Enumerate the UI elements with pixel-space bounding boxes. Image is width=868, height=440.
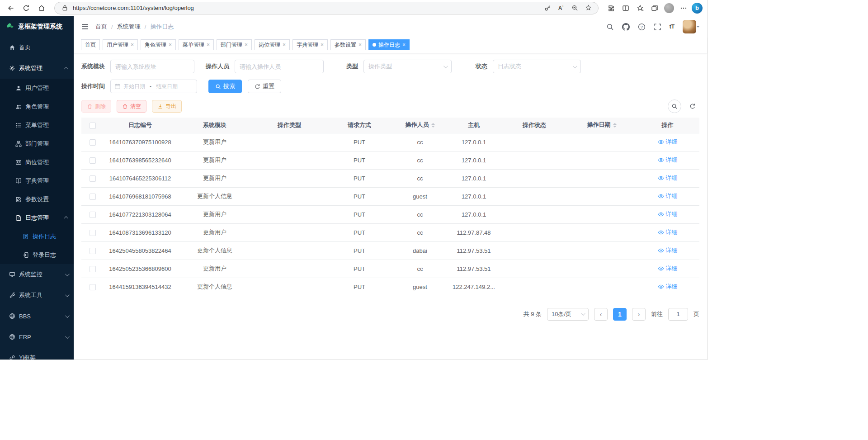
end-date-field[interactable]: 结束日期 [156,83,178,90]
goto-page-input[interactable] [668,308,688,321]
sidebar-item-post[interactable]: 岗位管理 [0,153,74,171]
favorites-bar-icon[interactable] [634,2,646,14]
detail-link[interactable]: 详细 [658,174,678,182]
url-text[interactable]: https://ccnetcore.com:1101/system/log/op… [73,5,539,11]
prev-page-button[interactable] [594,308,608,321]
row-checkbox[interactable] [90,157,96,164]
browser-menu-dots-icon[interactable] [677,2,690,14]
close-icon[interactable] [131,42,134,47]
row-checkbox[interactable] [90,212,96,218]
zoom-out-icon[interactable] [569,3,580,14]
tab-operlog[interactable]: 操作日志 [368,39,410,50]
search-button[interactable]: 搜索 [208,80,242,93]
clear-button[interactable]: 清空 [117,100,146,113]
tab-param[interactable]: 参数设置 [330,39,366,50]
sidebar-item-param[interactable]: 参数设置 [0,190,74,208]
close-icon[interactable] [207,42,210,47]
next-page-button[interactable] [632,308,646,321]
page-1-button[interactable]: 1 [613,308,627,321]
sidebar-item-dict[interactable]: 字典管理 [0,171,74,190]
sidebar-toggle-icon[interactable] [81,23,89,31]
browser-profile-avatar[interactable] [663,2,675,14]
sidebar-item-role[interactable]: 角色管理 [0,97,74,116]
read-aloud-icon[interactable]: Aʾ [556,3,566,14]
sidebar-item-operlog[interactable]: 操作日志 [0,227,74,246]
row-checkbox[interactable] [90,139,96,146]
sidebar-item-home[interactable]: 首页 [0,37,74,58]
row-checkbox[interactable] [90,194,96,200]
sidebar-item-system[interactable]: 系统管理 [0,58,74,79]
close-icon[interactable] [245,42,248,47]
refresh-table-button[interactable] [686,99,699,113]
detail-link[interactable]: 详细 [658,283,678,291]
select-all-checkbox[interactable] [90,123,96,129]
breadcrumb-home[interactable]: 首页 [95,23,107,31]
font-size-icon[interactable]: tT [670,24,675,30]
header-search-icon[interactable] [606,23,614,31]
start-date-field[interactable]: 开始日期 [123,83,145,90]
split-screen-icon[interactable] [619,2,632,14]
page-size-select[interactable]: 10条/页 [547,308,589,321]
close-icon[interactable] [283,42,286,47]
sidebar-item-dept[interactable]: 部门管理 [0,134,74,153]
detail-link[interactable]: 详细 [658,228,678,237]
toggle-search-button[interactable] [668,99,681,113]
type-select[interactable]: 操作类型 [363,60,452,73]
tab-dept[interactable]: 部门管理 [217,39,252,50]
close-icon[interactable] [359,42,362,47]
user-avatar[interactable] [683,20,700,33]
date-range-picker[interactable]: 开始日期 - 结束日期 [110,80,197,93]
row-checkbox[interactable] [90,284,96,290]
row-checkbox[interactable] [90,248,96,254]
help-icon[interactable]: ? [638,23,646,31]
sidebar-item-erp[interactable]: ERP [0,326,74,347]
close-icon[interactable] [169,42,172,47]
favorite-star-icon[interactable] [583,3,594,14]
breadcrumb-system[interactable]: 系统管理 [117,23,141,31]
delete-button[interactable]: 删除 [81,100,111,113]
module-input[interactable] [110,60,194,73]
sidebar-item-menu[interactable]: 菜单管理 [0,116,74,134]
close-icon[interactable] [402,42,406,47]
bing-icon[interactable]: b [692,3,703,14]
tab-user[interactable]: 用户管理 [103,39,138,50]
col-date[interactable]: 操作日期 [568,118,636,133]
sidebar-item-log[interactable]: 日志管理 [0,208,74,227]
sidebar-item-bbs[interactable]: BBS [0,306,74,326]
browser-back-button[interactable] [5,2,17,14]
fullscreen-icon[interactable] [654,23,661,31]
sidebar-item-loginlog[interactable]: 登录日志 [0,246,74,264]
reset-button[interactable]: 重置 [248,80,281,93]
sidebar-item-monitor[interactable]: 系统监控 [0,264,74,285]
close-icon[interactable] [321,42,324,47]
avatar[interactable] [683,20,696,33]
detail-link[interactable]: 详细 [658,138,678,146]
tab-home[interactable]: 首页 [81,39,100,50]
detail-link[interactable]: 详细 [658,156,678,164]
row-checkbox[interactable] [90,230,96,236]
sidebar-item-user[interactable]: 用户管理 [0,79,74,97]
address-bar[interactable]: https://ccnetcore.com:1101/system/log/op… [54,2,599,14]
collections-icon[interactable] [648,2,661,14]
sort-icon[interactable] [613,121,617,129]
password-key-icon[interactable] [542,3,553,14]
status-select[interactable]: 日志状态 [493,60,581,73]
browser-refresh-button[interactable] [20,2,33,14]
browser-home-button[interactable] [35,2,48,14]
operator-input[interactable] [235,60,324,73]
tab-post[interactable]: 岗位管理 [255,39,290,50]
tab-dict[interactable]: 字典管理 [292,39,328,50]
tab-role[interactable]: 角色管理 [141,39,176,50]
row-checkbox[interactable] [90,266,96,272]
extensions-icon[interactable] [605,2,618,14]
tab-menu[interactable]: 菜单管理 [179,39,214,50]
sidebar-item-tools[interactable]: 系统工具 [0,285,74,306]
sort-icon[interactable] [431,121,435,129]
sidebar-item-yi[interactable]: Yi框架 [0,347,74,360]
detail-link[interactable]: 详细 [658,192,678,200]
detail-link[interactable]: 详细 [658,246,678,255]
col-operator[interactable]: 操作人员 [393,118,447,133]
detail-link[interactable]: 详细 [658,265,678,273]
row-checkbox[interactable] [90,175,96,182]
export-button[interactable]: 导出 [152,100,182,113]
